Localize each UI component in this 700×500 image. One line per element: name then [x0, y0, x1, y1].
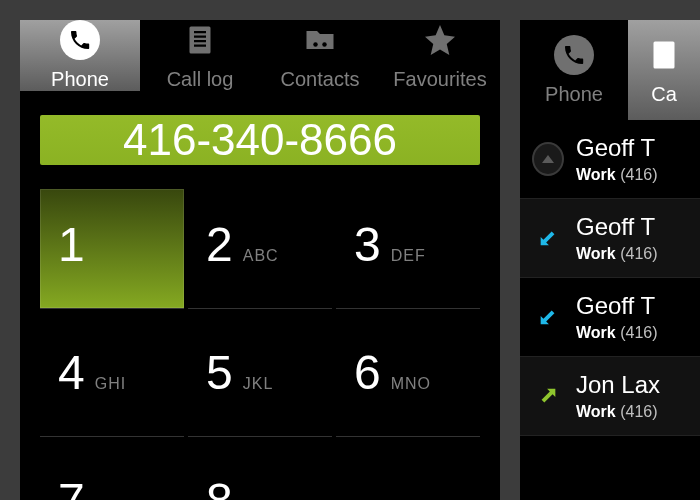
phone-icon: [60, 20, 100, 60]
dialer-panel: Phone Call log Contacts Favourites 416-3…: [20, 20, 500, 500]
star-icon: [422, 20, 458, 60]
tab-label: Phone: [545, 83, 603, 106]
key-7[interactable]: 7: [40, 445, 184, 500]
outgoing-call-icon: [532, 380, 564, 412]
svg-point-5: [313, 42, 318, 47]
caller-detail: Work (416): [576, 245, 658, 263]
tab-label: Contacts: [281, 68, 360, 91]
svg-rect-4: [194, 45, 206, 47]
tab-call-log[interactable]: Call log: [140, 20, 260, 91]
svg-rect-2: [194, 36, 206, 38]
key-1[interactable]: 1: [40, 189, 184, 309]
folder-icon: [302, 20, 338, 60]
tab-call-log[interactable]: Ca: [628, 20, 700, 120]
tab-contacts[interactable]: Contacts: [260, 20, 380, 91]
list-icon: [646, 35, 682, 75]
key-4[interactable]: 4GHI: [40, 317, 184, 437]
caller-name: Jon Lax: [576, 371, 660, 399]
keypad: 1 2ABC 3DEF 4GHI 5JKL 6MNO 7 8: [20, 189, 500, 500]
call-log-item[interactable]: Geoff T Work (416): [520, 199, 700, 278]
phone-icon: [554, 35, 594, 75]
caller-name: Geoff T: [576, 134, 658, 162]
call-log-item[interactable]: Geoff T Work (416): [520, 120, 700, 199]
svg-rect-7: [654, 41, 675, 68]
tab-label: Call log: [167, 68, 234, 91]
svg-rect-1: [194, 31, 206, 33]
scroll-up-icon[interactable]: [532, 143, 564, 175]
key-8[interactable]: 8: [188, 445, 332, 500]
incoming-call-icon: [532, 301, 564, 333]
key-5[interactable]: 5JKL: [188, 317, 332, 437]
key-2[interactable]: 2ABC: [188, 189, 332, 309]
list-icon: [182, 20, 218, 60]
call-list: Geoff T Work (416) Geoff T Work (416) Ge…: [520, 120, 700, 436]
caller-detail: Work (416): [576, 403, 660, 421]
call-log-item[interactable]: Geoff T Work (416): [520, 278, 700, 357]
tab-phone[interactable]: Phone: [520, 20, 628, 120]
call-log-item[interactable]: Jon Lax Work (416): [520, 357, 700, 436]
svg-point-6: [322, 42, 327, 47]
calllog-tabs: Phone Ca: [520, 20, 700, 120]
calllog-panel: Phone Ca Geoff T Work (416) Geoff T: [520, 20, 700, 500]
number-display[interactable]: 416-340-8666: [40, 115, 480, 165]
tab-label: Favourites: [393, 68, 486, 91]
caller-name: Geoff T: [576, 213, 658, 241]
incoming-call-icon: [532, 222, 564, 254]
key-3[interactable]: 3DEF: [336, 189, 480, 309]
tab-label: Phone: [51, 68, 109, 91]
tab-phone[interactable]: Phone: [20, 20, 140, 91]
tab-label: Ca: [651, 83, 677, 106]
caller-detail: Work (416): [576, 166, 658, 184]
key-6[interactable]: 6MNO: [336, 317, 480, 437]
dialer-tabs: Phone Call log Contacts Favourites: [20, 20, 500, 91]
caller-detail: Work (416): [576, 324, 658, 342]
tab-favourites[interactable]: Favourites: [380, 20, 500, 91]
svg-rect-3: [194, 40, 206, 42]
caller-name: Geoff T: [576, 292, 658, 320]
